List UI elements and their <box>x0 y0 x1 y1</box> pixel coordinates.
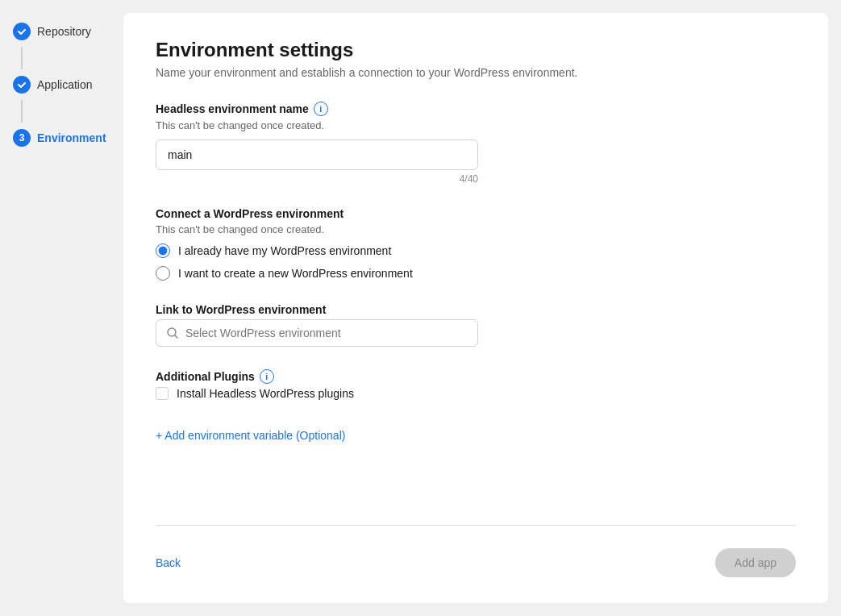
add-env-var-link[interactable]: + Add environment variable (Optional) <box>156 429 796 442</box>
page-title: Environment settings <box>156 39 796 61</box>
plugins-checkbox[interactable] <box>156 387 169 400</box>
page-subtitle: Name your environment and establish a co… <box>156 66 796 79</box>
settings-card: Environment settings Name your environme… <box>123 13 828 603</box>
env-name-input[interactable] <box>156 139 478 170</box>
svg-line-1 <box>175 335 178 339</box>
footer-divider <box>156 525 796 526</box>
radio-new-input[interactable] <box>156 266 170 281</box>
spacer <box>156 442 796 509</box>
connect-wp-radio-group: I already have my WordPress environment … <box>156 243 796 281</box>
plugins-checkbox-label: Install Headless WordPress plugins <box>177 387 354 400</box>
checkmark-icon-2 <box>17 80 27 89</box>
plugins-label: Additional Plugins i <box>156 369 796 384</box>
link-wp-input[interactable] <box>185 327 468 339</box>
plugins-checkbox-option[interactable]: Install Headless WordPress plugins <box>156 387 796 400</box>
link-wp-section: Link to WordPress environment <box>156 303 796 347</box>
sidebar-label-environment: Environment <box>37 131 106 144</box>
env-name-label: Headless environment name i <box>156 102 796 116</box>
env-name-hint: This can't be changed once created. <box>156 119 796 131</box>
plugins-section: Additional Plugins i Install Headless Wo… <box>156 369 796 400</box>
link-wp-search-container[interactable] <box>156 319 478 347</box>
sidebar-item-environment[interactable]: 3 Environment <box>0 123 117 153</box>
env-name-char-count: 4/40 <box>156 173 478 185</box>
connect-wp-hint: This can't be changed once created. <box>156 223 796 235</box>
add-app-button[interactable]: Add app <box>715 548 796 577</box>
radio-new-wp[interactable]: I want to create a new WordPress environ… <box>156 266 796 281</box>
radio-existing-wp[interactable]: I already have my WordPress environment <box>156 243 796 258</box>
step-connector-1 <box>21 47 23 69</box>
sidebar-label-application: Application <box>37 78 93 91</box>
add-env-var-section: + Add environment variable (Optional) <box>156 422 796 442</box>
plugins-info-icon[interactable]: i <box>260 369 274 384</box>
sidebar-item-application[interactable]: Application <box>0 69 117 100</box>
sidebar: Repository Application 3 Environment <box>0 0 117 616</box>
env-name-info-icon[interactable]: i <box>314 102 328 116</box>
checkmark-icon <box>17 27 27 36</box>
step-connector-2 <box>21 100 23 123</box>
radio-existing-input[interactable] <box>156 243 170 258</box>
step-icon-environment: 3 <box>13 129 31 147</box>
sidebar-item-repository[interactable]: Repository <box>0 16 117 47</box>
env-name-section: Headless environment name i This can't b… <box>156 102 796 185</box>
search-icon <box>166 327 179 339</box>
connect-wp-label: Connect a WordPress environment <box>156 207 796 220</box>
step-icon-repository <box>13 23 31 40</box>
radio-existing-label: I already have my WordPress environment <box>178 244 391 257</box>
back-button[interactable]: Back <box>156 550 181 576</box>
link-wp-label: Link to WordPress environment <box>156 303 796 316</box>
connect-wp-section: Connect a WordPress environment This can… <box>156 207 796 281</box>
main-content: Environment settings Name your environme… <box>117 0 841 616</box>
radio-new-label: I want to create a new WordPress environ… <box>178 267 413 280</box>
sidebar-label-repository: Repository <box>37 25 91 38</box>
step-icon-application <box>13 76 31 94</box>
footer: Back Add app <box>156 548 796 577</box>
